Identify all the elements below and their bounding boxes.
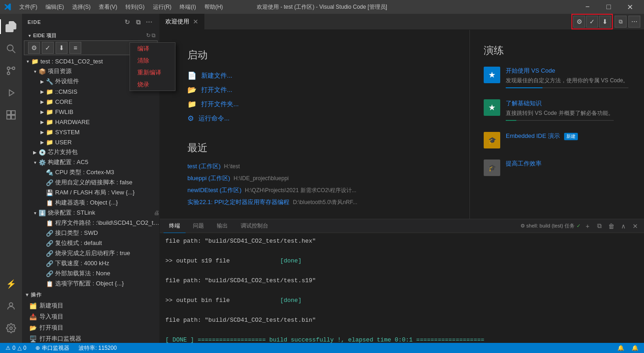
start-link-open-folder[interactable]: 📁 打开文件夹... — [187, 100, 442, 108]
menu-select[interactable]: 选择(S) — [68, 0, 94, 14]
menu-terminal[interactable]: 终端(I) — [176, 0, 199, 14]
terminal-max-button[interactable]: ∧ — [618, 221, 628, 231]
menu-goto[interactable]: 转到(G) — [122, 0, 148, 14]
terminal-tab-terminal[interactable]: 终端 — [164, 219, 186, 233]
compile-build-button[interactable]: ⚙ — [28, 42, 40, 54]
status-serial[interactable]: ⊕ 串口监视器 — [34, 343, 71, 353]
menu-file[interactable]: 文件(F) — [16, 0, 41, 14]
productivity-title[interactable]: 提高工作效率 — [506, 159, 542, 168]
terminal-trash-button[interactable]: 🗑 — [606, 221, 616, 231]
tree-item-fwlib[interactable]: ▶ 📁 FWLIB — [22, 107, 159, 117]
tree-item-builderopts[interactable]: ▶ 📋 构建器选项 : Object {...} — [22, 198, 159, 208]
tree-item-resetmode[interactable]: ▶ 🔗 复位模式 : default — [22, 238, 159, 248]
minimize-button[interactable]: − — [577, 0, 598, 14]
terminal-split-button[interactable]: ⧉ — [594, 221, 604, 231]
tree-item-chip[interactable]: ▶ 💿 芯片支持包 — [22, 147, 159, 157]
notif2-icon: 🔔 — [632, 345, 638, 351]
top-more-button[interactable]: ··· — [628, 16, 640, 28]
op-open-serial[interactable]: 🖥️ 打开串口监视器 — [22, 333, 159, 343]
terminal-tab-output[interactable]: 输出 — [211, 219, 233, 233]
activity-explorer[interactable] — [0, 16, 22, 38]
tree-item-iface[interactable]: ▶ 🔗 接口类型 : SWD — [22, 228, 159, 238]
tree-item-ramflash[interactable]: ▶ 💾 RAM / FLASH 布局 : View {...} — [22, 188, 159, 198]
print-icon[interactable]: 🖨 — [154, 210, 159, 216]
baud-label: 波特率: 115200 — [79, 344, 117, 352]
tab-welcome-close[interactable]: ✕ — [193, 18, 198, 25]
status-baud[interactable]: 波特率: 115200 — [77, 343, 119, 353]
top-build-button[interactable]: ⚙ — [573, 16, 585, 28]
activity-run[interactable] — [0, 82, 22, 104]
serial-icon: ⊕ — [35, 345, 40, 351]
compile-flash-button[interactable]: ≡ — [69, 42, 81, 54]
compile-check-button[interactable]: ✓ — [42, 42, 54, 54]
terminal-tab-problems[interactable]: 问题 — [187, 219, 209, 233]
top-flash-button[interactable]: ⬇ — [599, 16, 611, 28]
tree-item-programpath[interactable]: ▶ 📋 程序文件路径 : :\build\SCD41_CO2_test... — [22, 218, 159, 228]
start-link-new-file[interactable]: 📄 新建文件... — [187, 71, 442, 80]
activity-search[interactable] — [0, 38, 22, 60]
top-split-button[interactable]: ⧉ — [615, 16, 627, 28]
tree-item-core[interactable]: ▶ 📁 CORE — [22, 97, 159, 107]
embedded-title[interactable]: Embedded IDE 演示 新建 — [506, 132, 578, 140]
tree-item-linker[interactable]: ▶ 🔗 使用自定义的链接脚本 : false — [22, 177, 159, 188]
tree-item-cpu[interactable]: ▶ 🔩 CPU 类型 : Cortex-M3 — [22, 167, 159, 177]
svg-rect-11 — [11, 115, 15, 119]
ctx-rebuild[interactable]: 重新编译 — [130, 67, 175, 79]
top-check-button[interactable]: ✓ — [586, 16, 598, 28]
ctx-clean[interactable]: 清除 — [130, 55, 175, 67]
new-window-icon[interactable]: ⧉ — [134, 17, 143, 27]
op-open-project[interactable]: 📂 打开项目 — [22, 322, 159, 333]
system-arrow: ▶ — [39, 128, 46, 136]
compile-rebuild-button[interactable]: ⬇ — [56, 42, 68, 54]
op-import-project[interactable]: 📥 导入项目 — [22, 311, 159, 322]
activity-account[interactable] — [0, 295, 22, 317]
close-button[interactable]: ✕ — [619, 0, 640, 14]
resources-label: 项目资源 — [48, 67, 72, 75]
tree-item-user[interactable]: ▶ 📁 USER — [22, 137, 159, 147]
start-link-run-command[interactable]: ⚙ 运行命令... — [187, 114, 442, 123]
terminal-add-button[interactable]: + — [582, 221, 593, 231]
activity-extensions[interactable] — [0, 104, 22, 126]
recent-item-2[interactable]: newIDEtest (工作区) H:\QZH\Projects\2021 新需… — [187, 186, 442, 194]
ctx-compile[interactable]: 编译 — [130, 43, 175, 55]
ctx-flash[interactable]: 烧录 — [130, 79, 175, 91]
project-action-newwindow[interactable]: ⧉ — [152, 32, 156, 39]
recent-item-0[interactable]: test (工作区) H:\test — [187, 162, 442, 171]
recent-item-3[interactable]: 实验22.1: PPI之定时器应用寄存器编程 D:\bluetooth5.0\青… — [187, 198, 442, 206]
refresh-icon[interactable]: ↻ — [123, 17, 132, 27]
tree-item-buildconfig[interactable]: ▾ ⚙️ 构建配置 : AC5 — [22, 157, 159, 167]
tree-item-runafter[interactable]: ▶ 🔗 烧录完成之后启动程序 : true — [22, 248, 159, 258]
menu-view[interactable]: 查看(V) — [95, 0, 121, 14]
menu-help[interactable]: 帮助(H) — [201, 0, 227, 14]
status-notif1[interactable]: 🔔 — [616, 343, 626, 353]
menu-run[interactable]: 运行(R) — [149, 0, 175, 14]
tree-item-extalgo[interactable]: ▶ 🔗 外部加载算法 : None — [22, 268, 159, 279]
restore-button[interactable]: □ — [598, 0, 619, 14]
status-errors[interactable]: ⚠ 0 △ 0 — [4, 343, 28, 353]
op-new-project[interactable]: 🗂️ 新建项目 — [22, 300, 159, 311]
more-actions-icon[interactable]: ··· — [145, 17, 154, 27]
status-notif2[interactable]: 🔔 — [630, 343, 640, 353]
basics-title[interactable]: 了解基础知识 — [506, 99, 614, 108]
burnconfig-arrow: ▾ — [31, 209, 39, 216]
tree-item-burnconfig[interactable]: ▾ ⬇️ 烧录配置 : STLink 🖨 — [22, 208, 159, 218]
start-link-open-file[interactable]: 📂 打开文件... — [187, 85, 442, 94]
tree-item-dlspeed[interactable]: ▶ 🔗 下载速度 : 4000 kHz — [22, 258, 159, 268]
project-action-refresh[interactable]: ↻ — [146, 32, 151, 39]
activity-settings[interactable] — [0, 317, 22, 339]
terminal-tab-debug[interactable]: 调试控制台 — [235, 219, 274, 233]
activity-bar: ⚡ — [0, 14, 22, 343]
tree-item-optbytes[interactable]: ▶ 📋 选项字节配置 : Object {...} — [22, 279, 159, 289]
vscode-title[interactable]: 开始使用 VS Code — [506, 67, 628, 75]
recent-item-1[interactable]: blueppi (工作区) H:\IDE_project\blueppi — [187, 174, 442, 182]
project-section-header[interactable]: ▾ EIDE 项目 ↻ ⧉ — [22, 30, 159, 40]
menu-edit[interactable]: 编辑(E) — [42, 0, 68, 14]
editor-area: 欢迎使用 ✕ ⚙ ✓ ⬇ ⧉ ··· 启动 📄 — [160, 14, 644, 343]
activity-eide[interactable]: ⚡ — [0, 273, 22, 295]
tree-item-system[interactable]: ▶ 📁 SYSTEM — [22, 127, 159, 137]
activity-source-control[interactable] — [0, 60, 22, 82]
tab-welcome[interactable]: 欢迎使用 ✕ — [160, 14, 204, 29]
terminal-close-button[interactable]: ✕ — [630, 221, 640, 231]
tree-item-hardware[interactable]: ▶ 📁 HARDWARE — [22, 117, 159, 127]
open-serial-label: 打开串口监视器 — [40, 335, 81, 343]
